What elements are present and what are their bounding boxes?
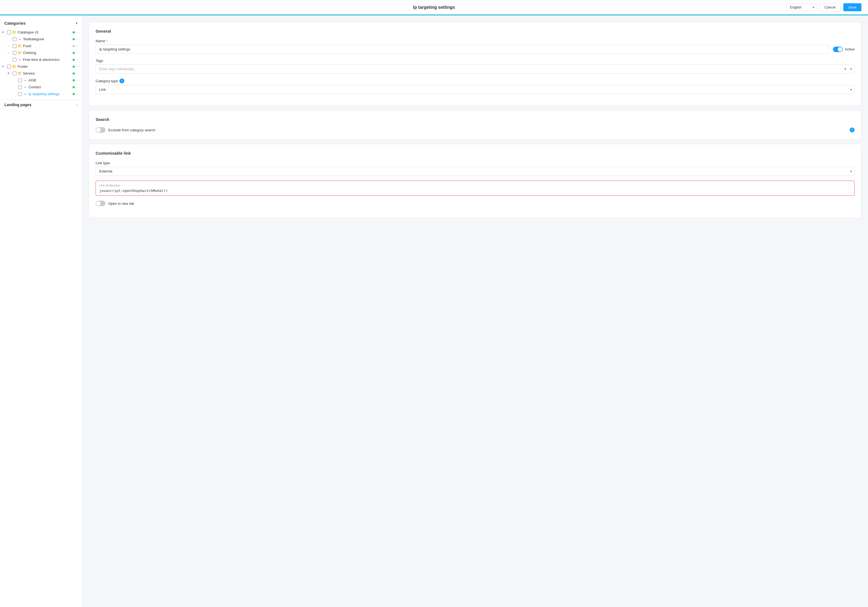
tree-item-agb[interactable]: ● AGB ··· <box>0 77 82 84</box>
tree-item-contact[interactable]: ● Contact ··· <box>0 84 82 90</box>
more-options-icon[interactable]: ··· <box>76 44 80 48</box>
save-button[interactable]: Save <box>843 3 862 11</box>
category-type-select-wrapper: Link <box>96 85 854 94</box>
folder-icon: 📁 <box>17 71 22 75</box>
tree-toggle-icon[interactable]: › <box>8 44 11 48</box>
tree-checkbox[interactable] <box>18 92 22 96</box>
link-type-select[interactable]: External <box>96 167 854 176</box>
status-dot-gray <box>73 45 75 47</box>
tags-select-wrapper: Enter tags individually... ▾ <box>96 64 854 73</box>
tree-toggle-icon[interactable]: ▾ <box>2 30 6 34</box>
more-options-icon[interactable]: ··· <box>76 71 80 75</box>
status-dot-green <box>73 65 75 68</box>
active-label: Active <box>845 47 854 51</box>
more-options-icon[interactable]: ··· <box>76 30 80 34</box>
search-card: Search Exclude from category search ? <box>89 110 862 140</box>
circle-blue-icon: ● <box>23 93 27 95</box>
tree-label: Clothing <box>23 51 71 55</box>
general-card: General Name * Active Tags <box>89 22 862 106</box>
link-destination-form-group: Link destination javascript:openShopSwit… <box>96 181 854 196</box>
tree-item-service[interactable]: ▾ 📁 Service ··· <box>0 70 82 77</box>
language-selector[interactable]: English <box>786 3 817 11</box>
more-options-icon[interactable]: ··· <box>76 85 80 89</box>
page-title: Ip targeting settings <box>413 5 455 10</box>
more-options-icon[interactable]: ··· <box>76 64 80 68</box>
tree-checkbox[interactable] <box>12 44 16 48</box>
tree-item-ip-targeting[interactable]: ● Ip targeting settings ··· <box>0 90 82 97</box>
tree-checkbox[interactable] <box>7 30 11 34</box>
customisable-link-card: Customisable link Link type External Lin… <box>89 144 862 218</box>
more-options-icon[interactable]: ··· <box>76 51 80 55</box>
tree-checkbox[interactable] <box>18 85 22 89</box>
tree-checkbox[interactable] <box>12 71 16 75</box>
circle-icon: ● <box>17 58 22 61</box>
link-destination-wrapper: Link destination javascript:openShopSwit… <box>96 181 854 196</box>
status-dot-green <box>73 72 75 75</box>
exclude-search-row: Exclude from category search ? <box>96 127 854 133</box>
exclude-toggle-left: Exclude from category search <box>96 127 155 133</box>
general-section-title: General <box>96 29 854 33</box>
status-dot-green <box>73 86 75 88</box>
landing-pages-header[interactable]: Landing pages › <box>5 102 78 107</box>
link-type-form-group: Link type External <box>96 161 854 176</box>
tree-toggle-icon[interactable]: › <box>8 51 11 54</box>
link-destination-value[interactable]: javascript:openShopSwitchModal() <box>99 189 851 193</box>
name-label: Name * <box>96 39 854 43</box>
tree-item-food[interactable]: › 📁 Food ··· <box>0 42 82 49</box>
tree-toggle-icon[interactable]: ▾ <box>2 65 6 68</box>
cancel-button[interactable]: Cancel <box>819 3 841 11</box>
name-input[interactable] <box>96 45 829 54</box>
sidebar: Categories ▾ ▾ 📁 Catalogue #1 ··· ● Test… <box>0 16 82 607</box>
tree-label: Service <box>23 71 71 75</box>
tree-item-testkategorie[interactable]: ● Testkategorie ··· <box>0 36 82 42</box>
chevron-down-icon: ▾ <box>845 67 846 71</box>
customisable-link-title: Customisable link <box>96 151 854 155</box>
tree-label: AGB <box>28 78 71 82</box>
header-actions: English Cancel Save <box>786 3 862 11</box>
open-new-tab-toggle[interactable] <box>96 201 105 206</box>
more-options-icon[interactable]: ··· <box>76 78 80 82</box>
tree-toggle-icon[interactable]: ▾ <box>8 71 11 75</box>
more-options-icon[interactable]: ··· <box>76 57 80 62</box>
exclude-label: Exclude from category search <box>108 128 155 132</box>
required-indicator: * <box>106 39 107 43</box>
tree-label: Food <box>23 44 71 48</box>
circle-icon: ● <box>23 86 27 88</box>
category-type-help-icon[interactable]: ? <box>119 78 124 83</box>
chevron-right-icon[interactable]: › <box>76 103 78 107</box>
status-dot-green <box>73 31 75 33</box>
tree-checkbox[interactable] <box>12 58 16 62</box>
category-type-select[interactable]: Link <box>96 85 854 94</box>
category-type-label-row: Category type ? <box>96 78 854 83</box>
sidebar-title: Categories <box>5 21 26 25</box>
exclude-toggle[interactable] <box>96 127 105 133</box>
circle-icon: ● <box>17 38 22 40</box>
tree-checkbox[interactable] <box>18 78 22 82</box>
tree-label: Footer <box>17 64 71 68</box>
tree-item-free-time[interactable]: ● Free time & electronics ··· <box>0 56 82 63</box>
tree-label: Catalogue #1 <box>17 30 71 34</box>
tree-checkbox[interactable] <box>7 65 11 68</box>
tags-form-group: Tags Enter tags individually... ▾ <box>96 59 854 73</box>
more-options-icon[interactable]: ··· <box>76 92 80 96</box>
chevron-down-icon[interactable]: ▾ <box>76 21 78 25</box>
tree-item-catalogue1[interactable]: ▾ 📁 Catalogue #1 ··· <box>0 29 82 36</box>
tree-item-footer[interactable]: ▾ 📁 Footer ··· <box>0 63 82 70</box>
tags-label: Tags <box>96 59 854 63</box>
tree-checkbox[interactable] <box>12 37 16 41</box>
tree-item-clothing[interactable]: › 📁 Clothing ··· <box>0 49 82 56</box>
tree-checkbox[interactable] <box>12 51 16 55</box>
more-options-icon[interactable]: ··· <box>76 37 80 41</box>
landing-pages-title: Landing pages <box>5 102 31 107</box>
active-toggle[interactable] <box>833 47 843 52</box>
status-dot-green <box>73 79 75 81</box>
tags-input[interactable]: Enter tags individually... ▾ <box>96 64 854 73</box>
open-new-tab-row: Open in new tab <box>96 201 854 206</box>
folder-icon: 📁 <box>12 30 16 34</box>
exclude-help-icon[interactable]: ? <box>849 127 854 132</box>
link-type-label: Link type <box>96 161 854 165</box>
status-dot-green <box>73 38 75 40</box>
language-select[interactable]: English <box>786 3 817 11</box>
main-layout: Categories ▾ ▾ 📁 Catalogue #1 ··· ● Test… <box>0 16 868 607</box>
landing-pages-section: Landing pages › <box>0 99 82 110</box>
